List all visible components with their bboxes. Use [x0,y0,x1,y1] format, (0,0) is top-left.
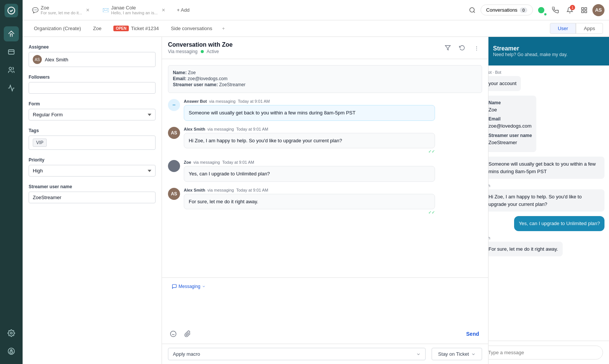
tab-apps[interactable]: Apps [576,23,603,34]
priority-select[interactable]: High Low Normal Urgent [29,165,156,177]
content-area: Assignee AS Alex Smith Followers Form Re… [23,37,609,364]
sidebar-item-home[interactable] [4,26,19,41]
search-button[interactable] [466,4,478,16]
sidebar-item-users[interactable] [4,62,19,78]
subtab-org[interactable]: Organization (Create) [29,23,86,34]
tab-janae-label: Janae Cole [111,5,158,11]
grid-button[interactable] [578,4,590,16]
svg-point-3 [11,332,12,334]
notifications-button[interactable]: 1 [564,4,576,16]
close-tab-zoe[interactable]: ✕ [86,8,90,13]
conversation-title: Conversation with Zoe [168,41,233,48]
user-channel: via messaging [194,160,220,164]
sm-bubble-fields: Name Zoe Email zoe@lovedogs.com Streamer… [488,96,536,152]
compose-area: Messaging Send [162,277,488,344]
tags-label: Tags [29,128,156,133]
stay-on-ticket-button[interactable]: Stay on Ticket [432,348,482,360]
user-avatar[interactable]: AS [592,4,604,16]
msg-content-agent2: Alex Smith via messaging Today at 9:01 A… [184,188,435,215]
stay-label: Stay on Ticket [438,351,469,357]
sm-agent-row-2: AS For sure, let me do it right away. [488,242,604,257]
email-icon: ✉️ [102,7,109,13]
user-bubble: Yes, can I upgrade to Unlimited plan? [184,166,435,182]
svg-rect-8 [585,8,587,9]
form-group: Form Regular Form [29,101,156,120]
agent1-read: ✓✓ [184,149,435,154]
tab-janae[interactable]: ✉️ Janae Cole Hello, I am having an is..… [98,2,170,18]
sm-field-username: Streamer user name ZoeStreamer [488,132,532,146]
assignee-field[interactable]: AS Alex Smith [29,52,156,67]
message-bot: ·· Answer Bot via messaging Today at 9:0… [168,99,482,121]
svg-rect-7 [582,8,583,9]
message-agent2: AS Alex Smith via messaging Today at 9:0… [168,188,482,215]
status-button[interactable] [535,4,547,16]
sm-bubble-1: your account [488,76,521,91]
panel-right: Z Zoe ⋮ ✉ zoe@lovedogs.com [488,37,609,364]
sm-bubble-agent2: For sure, let me do it right away. [488,242,563,257]
compose-toolbar: Send [168,329,482,339]
streamer-header-text: Streamer Need help? Go ahead, make my da… [493,45,568,57]
compose-icons [168,329,193,339]
agent1-bubble: Hi Zoe, I am happy to help. So you'd lik… [184,133,435,149]
filter-button[interactable] [442,42,453,53]
svg-point-0 [8,7,15,14]
streamer-overlay: Streamer Need help? Go ahead, make my da… [488,37,609,364]
send-button[interactable]: Send [463,329,482,338]
messaging-tab[interactable]: Messaging [168,282,209,291]
sidebar-item-tickets[interactable] [4,44,19,59]
conversation-header: Conversation with Zoe Via messaging Acti… [162,37,488,59]
msg-content-bot: Answer Bot via messaging Today at 9:01 A… [184,99,435,121]
sidebar-item-reports[interactable] [4,81,19,96]
agent2-channel: via messaging [208,188,234,192]
chat-icon: 💬 [32,7,38,13]
form-select[interactable]: Regular Form [29,109,156,120]
sm-bot-text: ·· Someone will usually get back to you … [488,157,604,179]
sidebar-nav [0,0,23,364]
conversations-button[interactable]: Conversations 0 [481,5,533,15]
history-button[interactable] [456,42,468,53]
tag-vip[interactable]: VIP [33,139,47,147]
topbar-right: Conversations 0 1 AS [466,4,604,16]
sm-bubble-user: Yes, can I upgrade to Unlimited plan? [514,216,604,231]
compose-textarea[interactable] [168,294,482,324]
tab-zoe[interactable]: 💬 Zoe For sure, let me do it... ✕ [27,2,95,18]
conv-status: Active [207,49,219,54]
streamer-messages: Answer Bot · Bot ·· your account ·· [488,65,609,341]
agent2-sender: Alex Smith [184,188,205,192]
subtab-ticket[interactable]: OPEN Ticket #1234 [108,23,164,34]
more-button[interactable]: ⋮ [471,42,482,53]
app-logo [5,4,18,17]
msg-content-agent1: Alex Smith via messaging Today at 9:01 A… [184,127,435,154]
sys-username: Streamer user name: ZoeStreamer [173,82,477,87]
agent2-avatar: AS [168,188,180,200]
sm-field-name: Name Zoe [488,99,532,114]
sm-field-email: Email zoe@lovedogs.com [488,116,532,130]
sm-bot-row-1: ·· your account [488,76,604,91]
sm-sender-agent1: Alex Smith [488,183,604,188]
tags-input[interactable]: VIP [29,136,156,150]
tab-user[interactable]: User [550,23,576,34]
sidebar-item-settings[interactable] [4,326,19,341]
add-subtab-button[interactable]: + [219,24,228,33]
sm-agent-row-1: AS Hi Zoe, I am happy to help. So you'd … [488,189,604,212]
apply-macro-dropdown[interactable]: Apply macro [168,348,426,360]
streamer-group: Streamer user name [29,184,156,203]
open-status-pill: OPEN [113,26,128,31]
sidebar-item-zendesk[interactable] [4,344,19,359]
add-tab-button[interactable]: + Add [173,6,194,14]
sys-name: Name: Zoe [173,70,477,75]
followers-input[interactable] [29,82,156,94]
phone-button[interactable] [549,4,562,16]
attach-button[interactable] [182,329,193,339]
close-tab-janae[interactable]: ✕ [162,8,165,13]
macro-label: Apply macro [173,351,200,357]
assignee-value: Alex Smith [45,57,68,62]
streamer-input[interactable] [29,192,156,203]
svg-point-12 [171,331,176,337]
streamer-message-input[interactable] [488,346,603,359]
subtab-side[interactable]: Side conversations [166,23,218,34]
emoji-button[interactable] [168,329,179,339]
streamer-compose: 📎 [488,341,609,364]
subtab-zoe[interactable]: Zoe [88,23,107,34]
subtab-bar: Organization (Create) Zoe OPEN Ticket #1… [23,20,609,37]
